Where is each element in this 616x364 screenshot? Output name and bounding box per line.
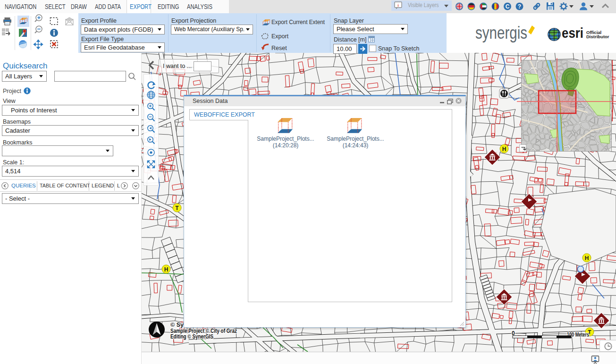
svg-text:?: ? <box>518 3 521 10</box>
svg-text:C: C <box>506 3 510 10</box>
svg-text:esri: esri <box>562 25 583 41</box>
svg-text:H: H <box>585 255 589 262</box>
svg-text:Export Current Extent: Export Current Extent <box>271 19 325 25</box>
svg-text:H: H <box>164 266 169 273</box>
svg-text:H: H <box>502 146 506 152</box>
svg-text:Reset: Reset <box>271 45 287 51</box>
svg-text:Editing © SynerGIS: Editing © SynerGIS <box>170 333 213 340</box>
svg-text:Export: Export <box>271 33 289 40</box>
svg-text:synergis: synergis <box>475 23 527 42</box>
svg-text:T: T <box>175 205 179 212</box>
svg-text:Distributor: Distributor <box>586 34 609 39</box>
